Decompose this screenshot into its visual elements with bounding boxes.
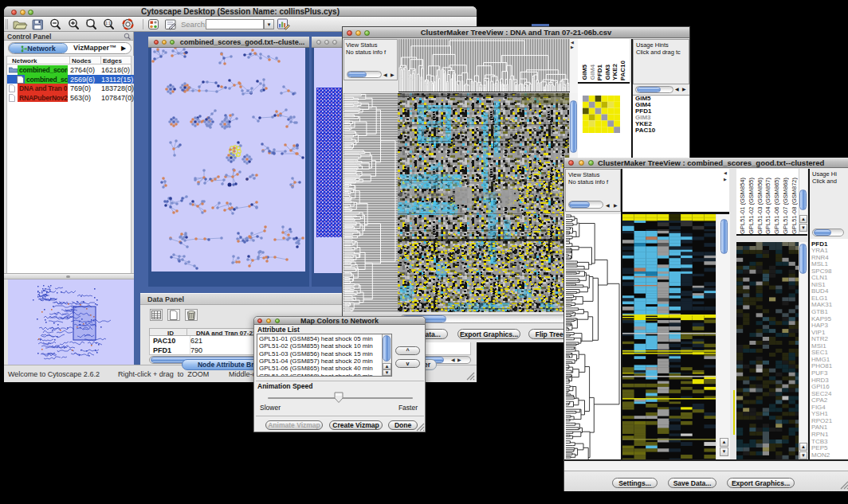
svg-text:1:1: 1:1 [105,21,111,25]
